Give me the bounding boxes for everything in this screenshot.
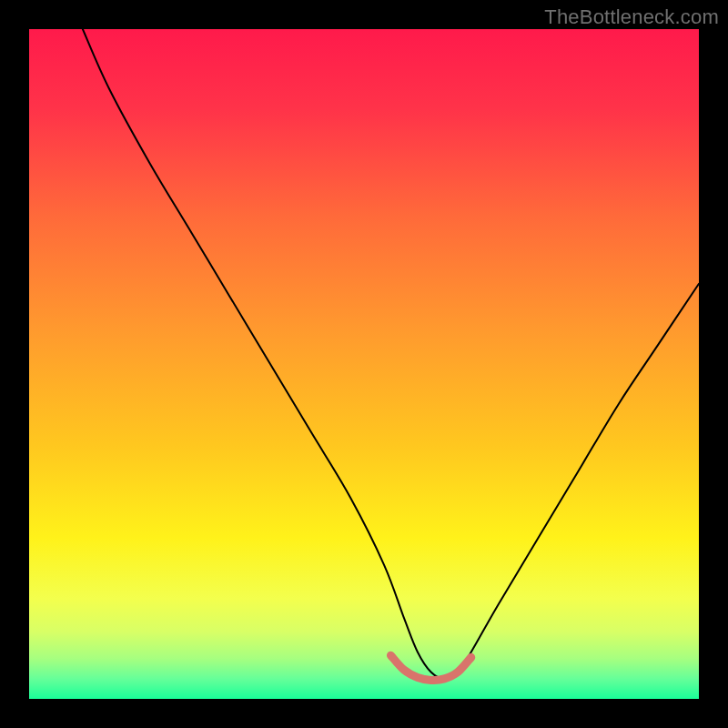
bottleneck-curve [83, 29, 699, 679]
plot-area [29, 29, 699, 699]
curves-layer [29, 29, 699, 699]
watermark-text: TheBottleneck.com [544, 5, 719, 29]
highlight-segment [390, 655, 470, 680]
chart-frame: TheBottleneck.com [0, 0, 728, 728]
